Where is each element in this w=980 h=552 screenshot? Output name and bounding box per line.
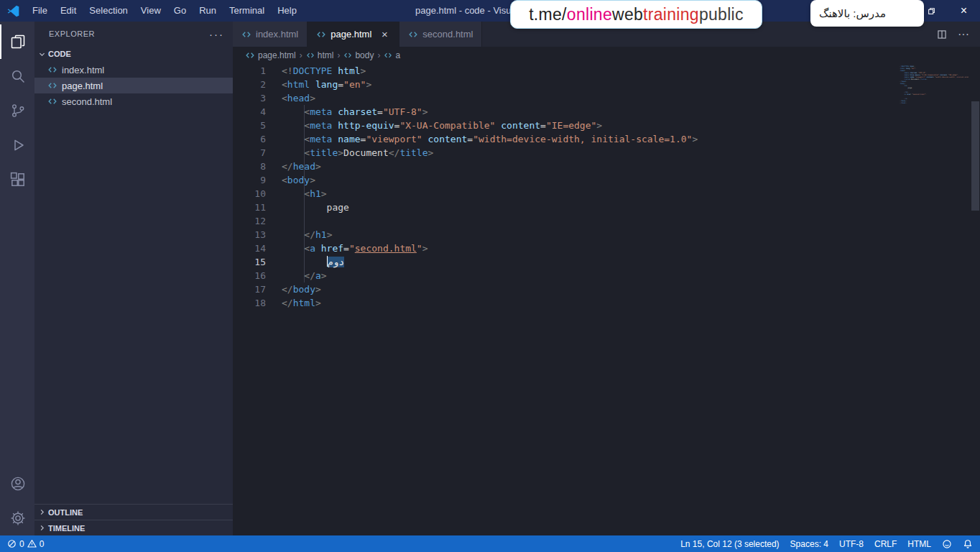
editor-more-actions-button[interactable]: ··· — [958, 28, 969, 41]
bell-icon[interactable] — [963, 539, 973, 549]
line-number[interactable]: 1 — [233, 64, 266, 78]
line-number[interactable]: 9 — [233, 173, 266, 187]
line-number[interactable]: 3 — [233, 91, 266, 105]
line-number[interactable]: 8 — [233, 160, 266, 173]
extensions-icon[interactable] — [0, 162, 34, 197]
channel-text-segment: web — [612, 5, 643, 24]
code-line[interactable]: 18</html> — [233, 296, 980, 310]
tab-second.html[interactable]: second.html — [399, 22, 482, 47]
split-editor-icon[interactable] — [937, 29, 947, 40]
close-window-button[interactable]: × — [948, 0, 980, 22]
explorer-icon[interactable] — [0, 24, 34, 59]
menu-go[interactable]: Go — [167, 0, 193, 22]
line-content: <meta name="viewport" content="width=dev… — [266, 132, 698, 146]
html-file-icon — [47, 80, 57, 91]
settings-icon[interactable] — [0, 501, 34, 535]
line-number[interactable]: 16 — [233, 269, 266, 282]
line-number[interactable]: 11 — [233, 201, 266, 214]
line-number[interactable]: 5 — [233, 119, 266, 132]
line-number[interactable]: 6 — [233, 132, 266, 146]
tab-page.html[interactable]: page.html× — [308, 22, 399, 47]
code-line[interactable]: 8</head> — [233, 160, 980, 173]
line-number[interactable]: 13 — [233, 228, 266, 242]
line-number[interactable]: 15 — [233, 255, 266, 269]
explorer-title: EXPLORER — [49, 29, 95, 38]
breadcrumb-item-a[interactable]: a — [384, 50, 400, 60]
code-line[interactable]: 10 <h1> — [233, 187, 980, 201]
line-content: </head> — [266, 160, 321, 173]
menu-help[interactable]: Help — [271, 0, 303, 22]
code-line[interactable]: 9<body> — [233, 173, 980, 187]
file-item-page.html[interactable]: page.html — [34, 78, 233, 93]
code-line[interactable]: 3<head> — [233, 91, 980, 105]
panel-timeline[interactable]: TIMELINE — [34, 520, 233, 535]
menu-view[interactable]: View — [134, 0, 167, 22]
menu-edit[interactable]: Edit — [54, 0, 83, 22]
code-line[interactable]: 14 <a href="second.html"> — [233, 242, 980, 255]
search-icon[interactable] — [0, 59, 34, 93]
breadcrumb-item-page.html[interactable]: page.html — [245, 50, 296, 60]
symbol-icon — [306, 51, 315, 60]
tab-index.html[interactable]: index.html — [233, 22, 308, 47]
html-file-icon — [47, 96, 57, 106]
line-number[interactable]: 12 — [233, 214, 266, 228]
feedback-icon[interactable] — [942, 539, 952, 549]
line-number[interactable]: 17 — [233, 282, 266, 296]
line-content: <meta charset="UTF-8"> — [266, 105, 428, 119]
window-title: page.html - code - Visua — [415, 0, 517, 22]
code-line[interactable]: 6 <meta name="viewport" content="width=d… — [233, 132, 980, 146]
code-line[interactable]: 2<html lang="en"> — [233, 78, 980, 91]
line-number[interactable]: 4 — [233, 105, 266, 119]
run-and-debug-icon[interactable] — [0, 128, 34, 162]
line-content: </h1> — [266, 228, 332, 242]
code-line[interactable]: 13 </h1> — [233, 228, 980, 242]
code-lines: 1<!DOCTYPE html>2<html lang="en">3<head>… — [233, 64, 980, 310]
account-icon[interactable] — [0, 466, 34, 501]
html-file-icon — [47, 65, 57, 75]
code-line[interactable]: 4 <meta charset="UTF-8"> — [233, 105, 980, 119]
code-editor[interactable]: 1<!DOCTYPE html>2<html lang="en">3<head>… — [233, 64, 980, 535]
code-line[interactable]: 11 page — [233, 201, 980, 214]
menu-selection[interactable]: Selection — [83, 0, 134, 22]
line-number[interactable]: 7 — [233, 146, 266, 160]
breadcrumb: page.html›html›body›a — [233, 47, 980, 64]
language-mode-indicator[interactable]: HTML — [907, 539, 931, 549]
code-line[interactable]: 5 <meta http-equiv="X-UA-Compatible" con… — [233, 119, 980, 132]
encoding-indicator[interactable]: UTF-8 — [839, 539, 864, 549]
tab-strip: index.htmlpage.html×second.html — [233, 22, 482, 47]
minimap[interactable]: <!DOCTYPE html><html lang="en"><head> <m… — [900, 65, 969, 104]
panel-outline[interactable]: OUTLINE — [34, 504, 233, 520]
code-line[interactable]: 16 </a> — [233, 269, 980, 282]
line-number[interactable]: 18 — [233, 296, 266, 310]
code-line[interactable]: 1<!DOCTYPE html> — [233, 64, 980, 78]
code-line[interactable]: 12 — [233, 214, 980, 228]
sidebar-header: EXPLORER ··· — [34, 22, 233, 46]
window-controls: × — [915, 0, 980, 22]
menu-file[interactable]: File — [26, 0, 54, 22]
line-number[interactable]: 10 — [233, 187, 266, 201]
code-line[interactable]: 7 <title>Document</title> — [233, 146, 980, 160]
editor-scrollbar[interactable] — [971, 101, 979, 211]
instructor-badge: مدرس: بالاهنگ — [810, 0, 924, 27]
folder-section-code[interactable]: CODE — [34, 46, 233, 62]
breadcrumb-item-body[interactable]: body — [343, 50, 374, 60]
channel-text-segment: training — [643, 5, 699, 24]
code-line[interactable]: 17</body> — [233, 282, 980, 296]
explorer-more-actions-button[interactable]: ··· — [209, 28, 224, 40]
file-name: second.html — [62, 96, 112, 107]
file-item-second.html[interactable]: second.html — [34, 93, 233, 109]
menu-run[interactable]: Run — [193, 0, 223, 22]
eol-indicator[interactable]: CRLF — [874, 539, 897, 549]
problems-indicator[interactable]: 0 0 — [7, 539, 44, 549]
menu-terminal[interactable]: Terminal — [223, 0, 271, 22]
code-line[interactable]: 15 دوم — [233, 255, 980, 269]
symbol-icon — [343, 51, 352, 60]
line-number[interactable]: 2 — [233, 78, 266, 91]
file-item-index.html[interactable]: index.html — [34, 62, 233, 78]
line-number[interactable]: 14 — [233, 242, 266, 255]
source-control-icon[interactable] — [0, 93, 34, 128]
close-tab-icon[interactable]: × — [379, 28, 390, 40]
indentation-indicator[interactable]: Spaces: 4 — [790, 539, 828, 549]
breadcrumb-item-html[interactable]: html — [306, 50, 334, 60]
cursor-position-indicator[interactable]: Ln 15, Col 12 (3 selected) — [680, 539, 779, 549]
